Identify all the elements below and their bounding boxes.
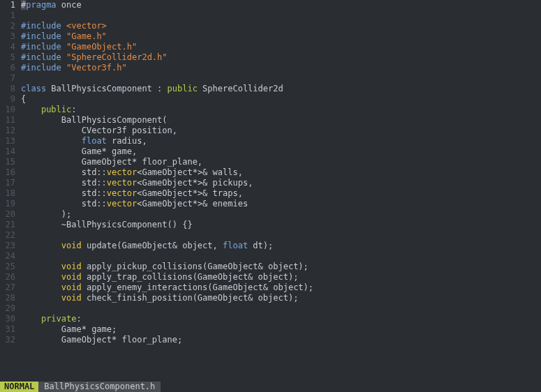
token	[61, 42, 66, 52]
token: dt);	[248, 241, 273, 250]
code-line[interactable]: 11 BallPhysicsComponent(	[0, 115, 541, 126]
code-line[interactable]: 1	[0, 10, 541, 21]
code-line[interactable]: 24	[0, 251, 541, 262]
code-content: void apply_trap_collisions(GameObject& o…	[21, 272, 541, 282]
token: public	[41, 105, 71, 114]
line-number: 32	[0, 335, 21, 345]
line-number: 5	[0, 52, 21, 63]
code-line[interactable]: 10 public:	[0, 105, 541, 115]
token	[21, 105, 41, 114]
token: Game* game;	[21, 324, 117, 334]
code-line[interactable]: 28 void check_finish_position(GameObject…	[0, 293, 541, 303]
line-number: 6	[0, 63, 21, 73]
token: "SphereCollider2d.h"	[66, 52, 168, 62]
line-number: 31	[0, 324, 21, 335]
code-content	[21, 251, 541, 262]
token: "GameObject.h"	[66, 42, 137, 52]
code-content: std::vector<GameObject*>& walls,	[21, 167, 541, 178]
token: once	[57, 0, 82, 10]
token: private	[41, 314, 77, 324]
status-filename: BallPhysicsComponent.h	[38, 382, 161, 392]
code-content: public:	[21, 105, 541, 115]
code-line[interactable]: 4#include "GameObject.h"	[0, 42, 541, 52]
token: BallPhysicsComponent(	[21, 115, 168, 125]
code-content: CVector3f position,	[21, 126, 541, 136]
code-line[interactable]: 32 GameObject* floor_plane;	[0, 335, 541, 345]
token	[21, 136, 82, 146]
code-line[interactable]: 25 void apply_pickup_collisions(GameObje…	[0, 262, 541, 272]
code-line[interactable]: 18 std::vector<GameObject*>& traps,	[0, 188, 541, 199]
line-number: 25	[0, 262, 21, 272]
token: public	[168, 84, 198, 93]
code-content: #include <vector>	[21, 21, 541, 31]
code-content: Game* game;	[21, 324, 541, 335]
line-number: 26	[0, 272, 21, 282]
code-content: void check_finish_position(GameObject& o…	[21, 293, 541, 303]
statusbar: NORMAL BallPhysicsComponent.h	[0, 382, 541, 392]
code-line[interactable]: 27 void apply_enemy_interactions(GameObj…	[0, 282, 541, 293]
code-line[interactable]: 6#include "Vector3f.h"	[0, 63, 541, 73]
code-content	[21, 230, 541, 241]
code-content: GameObject* floor_plane;	[21, 335, 541, 345]
code-line[interactable]: 21 ~BallPhysicsComponent() {}	[0, 220, 541, 230]
token: void	[61, 272, 82, 282]
line-number: 8	[0, 84, 21, 94]
code-line[interactable]: 1#pragma once	[0, 0, 541, 10]
code-content	[21, 73, 541, 84]
code-line[interactable]: 14 Game* game,	[0, 146, 541, 157]
code-content: #include "SphereCollider2d.h"	[21, 52, 541, 63]
line-number: 18	[0, 188, 21, 199]
code-line[interactable]: 7	[0, 73, 541, 84]
token: vector	[107, 167, 137, 177]
token: #include	[21, 42, 61, 52]
token: pragma	[26, 0, 56, 10]
line-number: 29	[0, 303, 21, 314]
token: #include	[21, 21, 61, 31]
code-line[interactable]: 19 std::vector<GameObject*>& enemies	[0, 199, 541, 209]
code-line[interactable]: 17 std::vector<GameObject*>& pickups,	[0, 178, 541, 188]
code-line[interactable]: 31 Game* game;	[0, 324, 541, 335]
token: radius,	[107, 136, 147, 146]
code-content: std::vector<GameObject*>& traps,	[21, 188, 541, 199]
line-number: 20	[0, 209, 21, 220]
token: apply_pickup_collisions(GameObject& obje…	[82, 262, 309, 271]
token: "Vector3f.h"	[66, 63, 127, 73]
token: #include	[21, 52, 61, 62]
line-number: 14	[0, 146, 21, 157]
token: :	[71, 105, 76, 114]
code-line[interactable]: 2#include <vector>	[0, 21, 541, 31]
code-content: Game* game,	[21, 146, 541, 157]
token: std::	[21, 199, 107, 209]
code-line[interactable]: 3#include "Game.h"	[0, 31, 541, 42]
code-content: std::vector<GameObject*>& pickups,	[21, 178, 541, 188]
token: <GameObject*>& walls,	[137, 167, 243, 177]
code-line[interactable]: 12 CVector3f position,	[0, 126, 541, 136]
line-number: 24	[0, 251, 21, 262]
line-number: 28	[0, 293, 21, 303]
line-number: 16	[0, 167, 21, 178]
code-line[interactable]: 8class BallPhysicsComponent : public Sph…	[0, 84, 541, 94]
code-line[interactable]: 30 private:	[0, 314, 541, 324]
code-line[interactable]: 15 GameObject* floor_plane,	[0, 157, 541, 167]
code-line[interactable]: 16 std::vector<GameObject*>& walls,	[0, 167, 541, 178]
token: BallPhysicsComponent :	[46, 84, 167, 93]
token: class	[21, 84, 46, 93]
code-line[interactable]: 13 float radius,	[0, 136, 541, 146]
line-number: 17	[0, 178, 21, 188]
code-line[interactable]: 9{	[0, 94, 541, 105]
code-line[interactable]: 22	[0, 230, 541, 241]
token: <GameObject*>& enemies	[137, 199, 248, 209]
code-line[interactable]: 29	[0, 303, 541, 314]
token: GameObject* floor_plane;	[21, 335, 182, 345]
token: check_finish_position(GameObject& object…	[82, 293, 299, 303]
token: std::	[21, 167, 107, 177]
line-number: 3	[0, 31, 21, 42]
token: SphereCollider2d	[198, 84, 283, 93]
code-line[interactable]: 23 void update(GameObject& object, float…	[0, 241, 541, 251]
code-line[interactable]: 20 );	[0, 209, 541, 220]
code-line[interactable]: 26 void apply_trap_collisions(GameObject…	[0, 272, 541, 282]
code-content: #include "Vector3f.h"	[21, 63, 541, 73]
line-number: 2	[0, 21, 21, 31]
code-line[interactable]: 5#include "SphereCollider2d.h"	[0, 52, 541, 63]
code-area[interactable]: 1#pragma once1 2#include <vector>3#inclu…	[0, 0, 541, 382]
